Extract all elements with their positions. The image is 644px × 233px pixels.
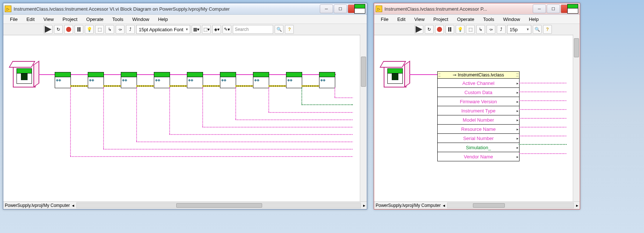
- data-wire: [268, 112, 353, 113]
- search-icon[interactable]: 🔍: [275, 25, 283, 34]
- maximize-button[interactable]: ☐: [547, 4, 560, 13]
- menu-file[interactable]: File: [6, 16, 21, 23]
- run-button[interactable]: [415, 25, 423, 34]
- menu-help[interactable]: Help: [154, 16, 171, 23]
- help-button[interactable]: ?: [543, 25, 552, 34]
- accessor-node[interactable]: ◈◈: [154, 72, 170, 88]
- step-out-button[interactable]: ⤴: [126, 25, 135, 34]
- menubar: File Edit View Project Operate Tools Win…: [374, 15, 580, 24]
- vertical-scrollbar[interactable]: [573, 35, 580, 202]
- error-wire: [235, 85, 253, 87]
- class-input-terminal[interactable]: [384, 65, 406, 87]
- menu-file[interactable]: File: [377, 16, 392, 23]
- titlebar[interactable]: ▷ InstrumentClass.lvclass:Instrument Acc…: [3, 3, 367, 15]
- data-wire: [235, 87, 237, 120]
- abort-button[interactable]: [435, 25, 444, 34]
- menu-project[interactable]: Project: [59, 16, 81, 23]
- menu-operate[interactable]: Operate: [83, 16, 107, 23]
- unbundle-item-vendor-name[interactable]: Vendor Name▸: [438, 152, 519, 161]
- step-over-button[interactable]: ⤼: [486, 25, 495, 34]
- scroll-left-button[interactable]: ◂: [72, 203, 74, 208]
- class-input-terminal[interactable]: [13, 65, 36, 87]
- distribute-objects-button[interactable]: ⬚▾: [202, 25, 211, 34]
- menubar: File Edit View Project Operate Tools Win…: [3, 15, 367, 24]
- class-wire: [409, 74, 437, 75]
- block-diagram-canvas[interactable]: ◈◈ ◈◈ ◈◈ ◈◈ ◈◈ ◈◈ ◈◈ ◈◈ ◈◈: [3, 35, 359, 197]
- unbundle-item-model-number[interactable]: Model Number▸: [438, 115, 519, 125]
- help-button[interactable]: ?: [285, 25, 294, 34]
- highlight-execution-button[interactable]: 💡: [85, 25, 94, 34]
- pause-button[interactable]: [445, 25, 454, 34]
- step-into-button[interactable]: ↳: [105, 25, 114, 34]
- horizontal-scrollbar[interactable]: [76, 202, 361, 208]
- reorder-button[interactable]: ✎▾: [222, 25, 231, 34]
- accessor-node[interactable]: ◈◈: [220, 72, 236, 88]
- accessor-node[interactable]: ◈◈: [319, 72, 335, 88]
- unbundle-item-active-channel[interactable]: Active Channel▸: [438, 79, 519, 88]
- data-wire: [202, 126, 353, 128]
- unbundle-item-resource-name[interactable]: Resource Name▸: [438, 125, 519, 134]
- pause-button[interactable]: [75, 25, 83, 34]
- abort-button[interactable]: [64, 25, 73, 34]
- data-wire: [202, 87, 204, 127]
- menu-help[interactable]: Help: [525, 16, 542, 23]
- minimize-button[interactable]: ─: [320, 4, 333, 13]
- align-objects-button[interactable]: ▦▾: [192, 25, 200, 34]
- resize-objects-button[interactable]: ◈▾: [212, 25, 221, 34]
- accessor-node[interactable]: ◈◈: [55, 72, 71, 88]
- accessor-panel-window: ▷ InstrumentClass.lvclass:Instrument Acc…: [374, 3, 580, 209]
- font-selector[interactable]: 15pt Application Font: [136, 25, 190, 34]
- minimize-button[interactable]: ─: [533, 4, 546, 13]
- accessor-node[interactable]: ◈◈: [88, 72, 104, 88]
- vi-icon-indicator[interactable]: [567, 4, 578, 14]
- accessor-node[interactable]: ◈◈: [121, 72, 137, 88]
- scroll-right-button[interactable]: ▸: [576, 203, 578, 208]
- accessor-node[interactable]: ◈◈: [286, 72, 302, 88]
- step-into-button[interactable]: ↳: [476, 25, 485, 34]
- accessor-node[interactable]: ◈◈: [253, 72, 269, 88]
- unbundle-item-custom-data[interactable]: Custom Data▸: [438, 88, 519, 97]
- unbundle-item-firmware-version[interactable]: Firmware Version▸: [438, 97, 519, 106]
- highlight-execution-button[interactable]: 💡: [456, 25, 464, 34]
- menu-edit[interactable]: Edit: [394, 16, 409, 23]
- unbundle-by-name[interactable]: ▫▫▫▫ ⊸ InstrumentClass.lvclass ▫▫▫▫ Acti…: [437, 71, 520, 161]
- data-wire: [334, 87, 336, 98]
- scroll-left-button[interactable]: ◂: [443, 203, 445, 208]
- font-selector[interactable]: 15p: [507, 25, 531, 34]
- data-wire: [136, 141, 353, 143]
- retain-wire-values-button[interactable]: ⬚: [466, 25, 475, 34]
- scroll-right-button[interactable]: ▸: [363, 203, 365, 208]
- run-continuously-button[interactable]: ↻: [54, 25, 63, 34]
- step-over-button[interactable]: ⤼: [116, 25, 124, 34]
- retain-wire-values-button[interactable]: ⬚: [95, 25, 104, 34]
- unbundle-item-instrument-type[interactable]: Instrument Type▸: [438, 106, 519, 115]
- accessor-node[interactable]: ◈◈: [187, 72, 203, 88]
- data-wire: [519, 126, 567, 128]
- menu-view[interactable]: View: [40, 16, 57, 23]
- menu-window[interactable]: Window: [499, 16, 524, 23]
- vi-icon-indicator[interactable]: [354, 4, 365, 14]
- block-diagram-canvas[interactable]: ▫▫▫▫ ⊸ InstrumentClass.lvclass ▫▫▫▫ Acti…: [374, 35, 572, 197]
- titlebar[interactable]: ▷ InstrumentClass.lvclass:Instrument Acc…: [374, 3, 580, 15]
- menu-view[interactable]: View: [410, 16, 428, 23]
- search-icon[interactable]: 🔍: [533, 25, 542, 34]
- error-wire: [136, 85, 154, 87]
- unbundle-item-serial-number[interactable]: Serial Number▸: [438, 134, 519, 143]
- search-input[interactable]: Search: [233, 25, 273, 34]
- menu-window[interactable]: Window: [129, 16, 153, 23]
- context-path: PowerSupply.lvproj/My Computer: [376, 203, 441, 208]
- vertical-scrollbar[interactable]: [360, 35, 367, 202]
- horizontal-scrollbar[interactable]: [447, 202, 574, 208]
- maximize-button[interactable]: ☐: [334, 4, 347, 13]
- step-out-button[interactable]: ⤴: [497, 25, 506, 34]
- data-wire-bool: [519, 144, 567, 145]
- menu-tools[interactable]: Tools: [109, 16, 127, 23]
- menu-project[interactable]: Project: [430, 16, 452, 23]
- unbundle-item-simulation[interactable]: Simulation_▸: [438, 143, 519, 152]
- window-title: InstrumentClass.lvclass:Instrument Acces…: [14, 6, 317, 12]
- menu-operate[interactable]: Operate: [453, 16, 478, 23]
- run-continuously-button[interactable]: ↻: [425, 25, 434, 34]
- menu-tools[interactable]: Tools: [480, 16, 498, 23]
- menu-edit[interactable]: Edit: [23, 16, 38, 23]
- run-button[interactable]: [44, 25, 53, 34]
